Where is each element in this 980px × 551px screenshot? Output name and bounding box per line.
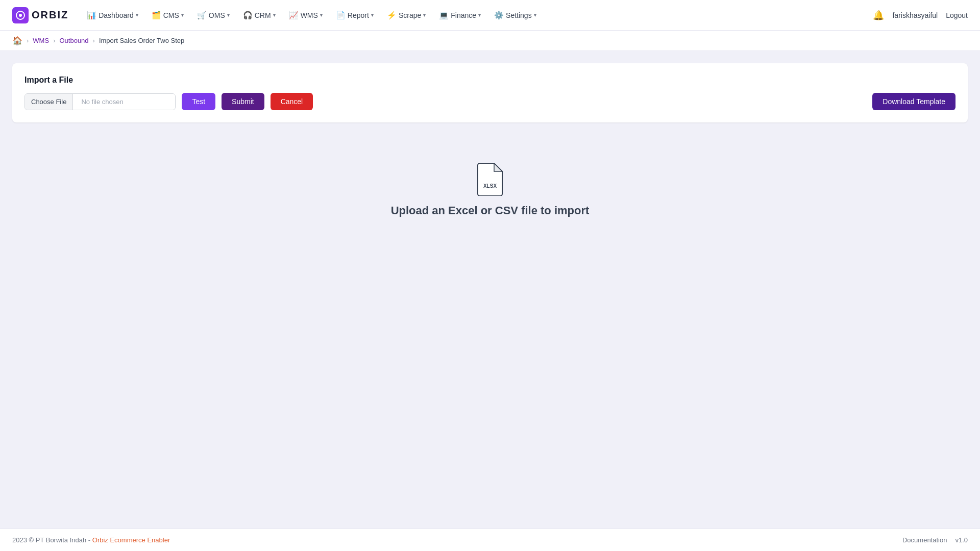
file-input-row: Choose File No file chosen Test Submit C… (24, 93, 955, 110)
cancel-button[interactable]: Cancel (271, 93, 313, 110)
logo-icon (12, 7, 29, 23)
crm-icon: 🎧 (243, 11, 253, 20)
nav-item-settings[interactable]: ⚙️ Settings ▾ (488, 7, 543, 24)
chevron-down-icon: ▾ (273, 12, 276, 18)
chevron-down-icon: ▾ (534, 12, 536, 18)
footer: 2023 © PT Borwita Indah - Orbiz Ecommerc… (0, 529, 980, 551)
nav-item-wms[interactable]: 📈 WMS ▾ (283, 7, 329, 24)
chevron-down-icon: ▾ (181, 12, 184, 18)
settings-icon: ⚙️ (494, 11, 504, 20)
logout-button[interactable]: Logout (946, 11, 968, 19)
scrape-icon: ⚡ (387, 11, 397, 20)
nav-item-crm[interactable]: 🎧 CRM ▾ (237, 7, 282, 24)
chevron-down-icon: ▾ (320, 12, 323, 18)
file-name-display: No file chosen (73, 94, 175, 110)
breadcrumb-current: Import Sales Order Two Step (99, 37, 184, 44)
footer-copyright: 2023 © PT Borwita Indah - (12, 536, 92, 544)
navbar: ORBIZ 📊 Dashboard ▾ 🗂️ CMS ▾ 🛒 OMS ▾ 🎧 C… (0, 0, 980, 31)
nav-item-finance[interactable]: 💻 Finance ▾ (433, 7, 487, 24)
file-input-wrapper: Choose File No file chosen (24, 93, 176, 110)
nav-item-report[interactable]: 📄 Report ▾ (330, 7, 380, 24)
username-label[interactable]: fariskhasyaiful (892, 11, 938, 19)
home-icon[interactable]: 🏠 (12, 36, 22, 45)
nav-item-scrape[interactable]: ⚡ Scrape ▾ (381, 7, 432, 24)
cms-icon: 🗂️ (152, 11, 161, 20)
nav-items: 📊 Dashboard ▾ 🗂️ CMS ▾ 🛒 OMS ▾ 🎧 CRM ▾ 📈… (81, 7, 869, 24)
wms-icon: 📈 (289, 11, 299, 20)
logo-text: ORBIZ (32, 9, 68, 21)
nav-item-dashboard[interactable]: 📊 Dashboard ▾ (81, 7, 144, 24)
xlsx-file-icon: XLSX (476, 163, 504, 196)
card-title: Import a File (24, 76, 955, 85)
nav-item-cms[interactable]: 🗂️ CMS ▾ (145, 7, 190, 24)
breadcrumb: 🏠 › WMS › Outbound › Import Sales Order … (0, 31, 980, 51)
chevron-down-icon: ▾ (136, 12, 138, 18)
test-button[interactable]: Test (182, 93, 215, 110)
footer-left: 2023 © PT Borwita Indah - Orbiz Ecommerc… (12, 536, 170, 544)
chevron-down-icon: ▾ (478, 12, 481, 18)
footer-right: Documentation v1.0 (902, 536, 968, 544)
footer-doc-label[interactable]: Documentation (902, 536, 947, 544)
footer-version: v1.0 (955, 536, 968, 544)
nav-item-oms[interactable]: 🛒 OMS ▾ (191, 7, 236, 24)
finance-icon: 💻 (439, 11, 449, 20)
svg-point-1 (19, 14, 22, 17)
breadcrumb-sep: › (53, 37, 55, 44)
logo[interactable]: ORBIZ (12, 7, 68, 23)
footer-brand-link[interactable]: Orbiz Ecommerce Enabler (92, 536, 170, 544)
empty-state: XLSX Upload an Excel or CSV file to impo… (12, 122, 968, 258)
breadcrumb-wms[interactable]: WMS (33, 37, 49, 44)
nav-right: 🔔 fariskhasyaiful Logout (873, 10, 968, 21)
import-card: Import a File Choose File No file chosen… (12, 63, 968, 122)
choose-file-button[interactable]: Choose File (25, 94, 73, 110)
chevron-down-icon: ▾ (371, 12, 374, 18)
report-icon: 📄 (336, 11, 346, 20)
breadcrumb-sep: › (93, 37, 95, 44)
main-content: Import a File Choose File No file chosen… (0, 51, 980, 529)
bell-icon[interactable]: 🔔 (873, 10, 884, 21)
empty-state-text: Upload an Excel or CSV file to import (391, 204, 590, 217)
breadcrumb-outbound[interactable]: Outbound (59, 37, 88, 44)
dashboard-icon: 📊 (87, 11, 96, 20)
svg-text:XLSX: XLSX (483, 183, 497, 189)
chevron-down-icon: ▾ (423, 12, 426, 18)
chevron-down-icon: ▾ (227, 12, 230, 18)
submit-button[interactable]: Submit (222, 93, 264, 110)
oms-icon: 🛒 (197, 11, 207, 20)
download-template-button[interactable]: Download Template (872, 93, 955, 110)
breadcrumb-sep: › (27, 37, 29, 44)
